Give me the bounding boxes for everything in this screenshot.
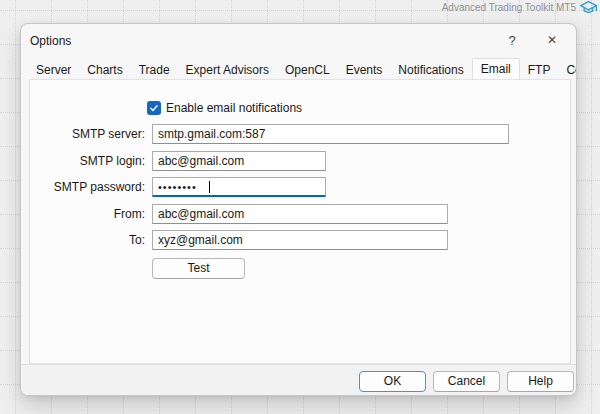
graduation-cap-icon [579,0,598,15]
options-dialog: Options ? ✕ ServerChartsTradeExpert Advi… [20,23,577,396]
tab-expert-advisors[interactable]: Expert Advisors [178,62,277,79]
tab-charts[interactable]: Charts [79,62,130,79]
smtp-password-input[interactable] [152,177,326,197]
smtp-server-input[interactable] [152,124,509,144]
dialog-title: Options [30,34,71,48]
credit-label: Advanced Trading Toolkit MT5 [442,2,576,13]
tab-trade[interactable]: Trade [131,62,178,79]
smtp-login-input[interactable] [152,151,326,171]
from-input[interactable] [152,204,448,224]
tab-server[interactable]: Server [28,62,79,79]
dialog-help-button[interactable]: ? [497,24,527,56]
enable-email-checkbox-label: Enable email notifications [166,101,302,115]
text-caret [209,181,210,193]
email-tab-page: Enable email notifications SMTP server: … [29,79,571,364]
close-icon[interactable]: ✕ [537,24,567,56]
smtp-password-wrap [152,177,326,197]
tab-email[interactable]: Email [472,58,520,79]
tab-community[interactable]: Community [558,62,577,79]
grid-line [15,0,16,414]
tab-ftp[interactable]: FTP [520,62,559,79]
help-button[interactable]: Help [507,371,574,392]
ok-button[interactable]: OK [359,371,426,392]
advanced-trading-toolkit-credit: Advanced Trading Toolkit MT5 [442,0,598,15]
options-tab-strip: ServerChartsTradeExpert AdvisorsOpenCLEv… [28,58,577,79]
to-label: To: [38,230,145,250]
enable-email-notifications-row[interactable]: Enable email notifications [147,101,302,115]
cancel-button[interactable]: Cancel [433,371,500,392]
smtp-password-label: SMTP password: [38,177,145,197]
to-input[interactable] [152,230,448,250]
smtp-login-label: SMTP login: [38,151,145,171]
enable-email-checkbox[interactable] [147,101,161,115]
tab-opencl[interactable]: OpenCL [277,62,338,79]
dialog-footer: OKCancelHelp [21,364,576,396]
tab-notifications[interactable]: Notifications [390,62,471,79]
smtp-server-label: SMTP server: [38,124,145,144]
from-label: From: [38,204,145,224]
test-button[interactable]: Test [152,258,245,279]
tab-events[interactable]: Events [338,62,391,79]
grid-line [591,0,592,414]
dialog-titlebar[interactable]: Options ? ✕ [21,24,576,58]
